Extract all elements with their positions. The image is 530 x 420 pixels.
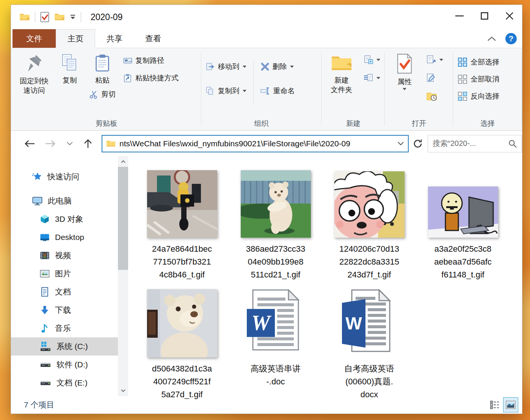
edit-button[interactable] (425, 72, 445, 84)
easy-access-button[interactable] (362, 72, 382, 84)
dropdown-caret-icon (243, 66, 246, 68)
organize-group-content: 移动到 复制到 (204, 50, 319, 117)
customize-toolbar-dropdown-icon[interactable] (70, 14, 76, 20)
file-item[interactable]: 24a7e864d1bec 771507bf7b321 4c8b46_t.gif (146, 165, 218, 281)
file-name[interactable]: 24a7e864d1bec 771507bf7b321 4c8b46_t.gif (152, 243, 212, 281)
paste-column: 粘贴 剪切 (86, 50, 119, 117)
drive-icon (40, 360, 51, 370)
new-item-icon (364, 55, 373, 65)
tab-view[interactable]: 查看 (134, 29, 172, 48)
minimize-button[interactable] (447, 5, 472, 27)
recent-locations-chevron-icon[interactable] (66, 141, 73, 146)
file-name[interactable]: 1240206c70d13 22822dc8a3315 243d7f_t.gif (339, 243, 399, 281)
help-icon[interactable]: ? (505, 33, 517, 44)
tab-home[interactable]: 主页 (56, 29, 95, 48)
file-item[interactable]: d5064382d1c3a 4007249cff521f 5a27d_t.gif (146, 285, 218, 401)
delete-button[interactable]: 删除 (259, 61, 296, 72)
tab-file[interactable]: 文件 (13, 29, 56, 48)
sidebar-item-music[interactable]: 音乐 (11, 319, 118, 337)
address-dropdown-chevron-icon[interactable] (397, 141, 404, 146)
sidebar-label: 快速访问 (47, 171, 79, 182)
pin-to-quick-access-button[interactable]: 固定到快 速访问 (15, 50, 53, 117)
file-item[interactable]: W 高级英语串讲 -.doc (240, 285, 312, 401)
sidebar-item-system-c-drive[interactable]: 系统 (C:) (11, 337, 118, 356)
copy-path-icon (123, 56, 132, 65)
select-all-button[interactable]: 全部选择 (456, 56, 501, 68)
sidebar-item-quick-access[interactable]: 快速访问 (11, 168, 118, 186)
sidebar-scrollbar[interactable] (118, 156, 128, 396)
properties-label: 属性 (397, 77, 412, 86)
address-path[interactable]: nts\WeChat Files\wxid_nymfubins90021\Fil… (119, 139, 394, 148)
file-item[interactable]: W 自考高级英语 (00600)真题. docx (333, 285, 405, 401)
select-none-button[interactable]: 全部取消 (456, 74, 501, 85)
new-folder-button[interactable]: 新建 文件夹 (325, 50, 358, 117)
open-button[interactable] (425, 54, 445, 66)
invert-selection-button[interactable]: 反向选择 (456, 91, 501, 102)
maximize-button[interactable] (472, 5, 497, 27)
history-icon (427, 91, 437, 101)
paste-shortcut-button[interactable]: 粘贴快捷方式 (122, 72, 180, 84)
sidebar-item-this-pc[interactable]: 此电脑 (11, 192, 118, 210)
file-name[interactable]: d5064382d1c3a 4007249cff521f 5a27d_t.gif (152, 362, 212, 401)
back-button[interactable] (23, 139, 35, 149)
scrollbar-up-arrow[interactable] (118, 156, 128, 167)
address-bar[interactable]: nts\WeChat Files\wxid_nymfubins90021\Fil… (102, 135, 409, 152)
file-item[interactable]: 386aed273cc33 04e09bb199e8 511cd21_t.gif (240, 165, 312, 281)
rename-button[interactable]: 重命名 (259, 85, 296, 97)
thumbnail-box (427, 165, 499, 238)
new-folder-shortcut-icon[interactable] (54, 12, 65, 22)
sidebar-item-documents[interactable]: 文档 (11, 283, 118, 301)
sidebar-item-desktop[interactable]: Desktop (11, 228, 118, 246)
dropdown-caret-icon (290, 66, 294, 68)
paste-button[interactable]: 粘贴 (86, 50, 119, 85)
explorer-window: 2020-09 文件 主页 共享 查看 ? (11, 5, 522, 414)
sidebar-item-downloads[interactable]: 下载 (11, 301, 118, 319)
search-icon[interactable] (508, 139, 517, 148)
forward-button[interactable] (45, 139, 57, 149)
new-item-button[interactable] (362, 54, 382, 66)
copy-to-button[interactable]: 复制到 (204, 85, 248, 97)
ribbon-home: 固定到快 速访问 复制 粘贴 (11, 48, 522, 131)
delete-x-icon (260, 62, 270, 71)
history-button[interactable] (425, 91, 445, 102)
copy-path-button[interactable]: 复制路径 (122, 55, 180, 66)
up-button[interactable] (83, 138, 93, 149)
large-icons-view-toggle[interactable] (503, 397, 518, 412)
pin-to-quick-access-label: 固定到快 速访问 (20, 76, 49, 95)
cut-button[interactable]: 剪切 (88, 89, 117, 100)
refresh-button[interactable] (412, 138, 423, 149)
select-buttons-column: 全部选择 全部取消 反向选择 (456, 56, 501, 117)
copy-button[interactable]: 复制 (53, 50, 86, 117)
file-item[interactable]: 1240206c70d13 22822dc8a3315 243d7f_t.gif (333, 165, 405, 281)
file-name[interactable]: a3a2e0f25c3c8 aebeaa7d56afc f61148_t.gif (434, 243, 492, 281)
sidebar-item-videos[interactable]: 视频 (11, 246, 118, 265)
view-toggles (487, 397, 518, 412)
videos-icon (40, 251, 50, 260)
organize-column-right: 删除 重命名 (259, 61, 296, 117)
file-name[interactable]: 386aed273cc33 04e09bb199e8 511cd21_t.gif (246, 243, 306, 281)
sidebar-item-pictures[interactable]: 图片 (11, 265, 118, 283)
scrollbar-thumb[interactable] (118, 167, 128, 270)
search-input-text[interactable]: 搜索“2020-... (433, 138, 508, 149)
svg-text:W: W (345, 313, 362, 333)
properties-button[interactable]: 属性 (388, 50, 421, 117)
file-name[interactable]: 自考高级英语 (00600)真题. docx (344, 362, 394, 401)
file-item[interactable]: a3a2e0f25c3c8 aebeaa7d56afc f61148_t.gif (427, 165, 499, 281)
thumbnail-box (333, 165, 405, 238)
sidebar-item-d-drive[interactable]: 软件 (D:) (11, 356, 118, 374)
search-box[interactable]: 搜索“2020-... (428, 135, 522, 152)
details-view-toggle[interactable] (487, 397, 502, 412)
documents-icon (40, 287, 50, 297)
select-group-content: 全部选择 全部取消 反向选择 (456, 50, 519, 117)
file-name[interactable]: 高级英语串讲 -.doc (251, 362, 301, 388)
minimize-ribbon-chevron-icon[interactable] (487, 36, 496, 41)
edit-pencil-icon (427, 73, 436, 83)
sidebar-item-e-drive[interactable]: 文档 (E:) (11, 374, 118, 392)
sidebar-label: 文档 (55, 287, 71, 297)
tab-share[interactable]: 共享 (95, 29, 134, 48)
move-to-button[interactable]: 移动到 (204, 61, 248, 72)
close-button[interactable] (497, 5, 522, 27)
properties-shortcut-icon[interactable] (40, 12, 49, 22)
sidebar-item-3d-objects[interactable]: 3D 对象 (11, 210, 118, 228)
scrollbar-down-arrow[interactable] (118, 386, 128, 396)
